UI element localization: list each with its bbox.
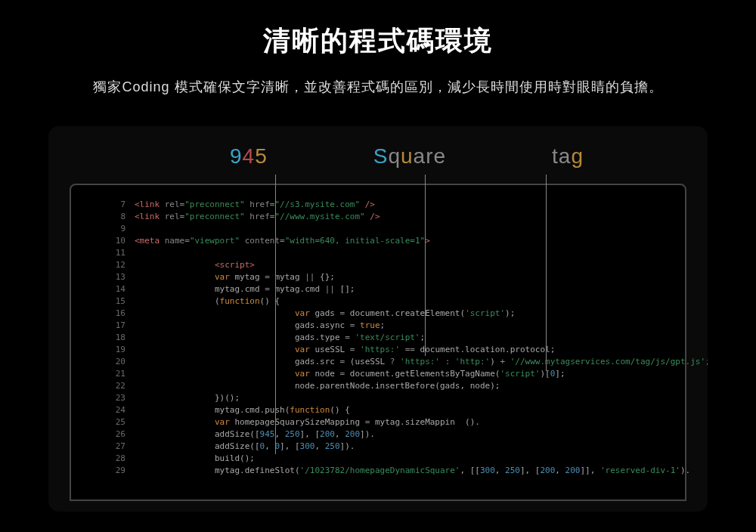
line-content: node.parentNode.insertBefore(gads, node)… (135, 380, 685, 392)
code-line: 16 var gads = document.createElement('sc… (107, 308, 685, 320)
code-block: 7<link rel="preconnect" href="//s3.mysit… (71, 199, 685, 477)
glyph-e: e (433, 144, 446, 168)
line-content: var useSSL = 'https:' == document.locati… (135, 344, 685, 356)
line-number: 21 (107, 368, 135, 380)
code-line: 21 var node = document.getElementsByTagN… (107, 368, 685, 380)
line-number: 19 (107, 344, 135, 356)
line-number: 29 (107, 465, 135, 477)
pointer-line-2 (425, 175, 426, 356)
line-number: 13 (107, 271, 135, 283)
glyph-g: g (571, 144, 584, 168)
line-content: var mytag = mytag || {}; (135, 271, 685, 283)
line-content: build(); (135, 453, 685, 465)
code-line: 7<link rel="preconnect" href="//s3.mysit… (107, 199, 685, 211)
label-945: 945 (230, 144, 268, 169)
code-line: 27 addSize([0, 0], [300, 250]). (107, 441, 685, 453)
code-line: 24 mytag.cmd.push(function() { (107, 404, 685, 416)
line-number: 9 (107, 223, 135, 235)
code-line: 8<link rel="preconnect" href="//www.mysi… (107, 211, 685, 223)
line-content: mytag.defineSlot('/1023782/homepageDynam… (135, 465, 690, 477)
line-number: 16 (107, 308, 135, 320)
code-line: 12 <script> (107, 259, 685, 271)
line-number: 20 (107, 356, 135, 368)
line-content: mytag.cmd = mytag.cmd || []; (135, 283, 685, 295)
label-square: Square (373, 144, 446, 169)
line-content (135, 247, 685, 259)
pointer-line-1 (275, 175, 276, 454)
code-line: 14 mytag.cmd = mytag.cmd || []; (107, 283, 685, 295)
line-number: 14 (107, 283, 135, 295)
line-number: 27 (107, 441, 135, 453)
glyph-r: r (426, 144, 433, 168)
code-line: 13 var mytag = mytag || {}; (107, 271, 685, 283)
line-content: var gads = document.createElement('scrip… (135, 308, 685, 320)
line-content: var homepageSquarySizeMapping = mytag.si… (135, 416, 685, 428)
glyph-t: t (552, 144, 559, 168)
glyph-9: 9 (230, 144, 243, 168)
line-content: addSize([945, 250], [200, 200]). (135, 428, 685, 441)
line-number: 26 (107, 428, 135, 441)
code-line: 28 build(); (107, 453, 685, 465)
page-subtitle: 獨家Coding 模式確保文字清晰，並改善程式碼的區別，減少長時間使用時對眼睛的… (0, 78, 756, 96)
code-line: 18 gads.type = 'text/script'; (107, 332, 685, 344)
code-line: 9 (107, 223, 685, 235)
line-number: 18 (107, 332, 135, 344)
line-number: 11 (107, 247, 135, 259)
glyph-labels: 945 Square tag (48, 144, 708, 169)
code-line: 17 gads.async = true; (107, 320, 685, 332)
line-number: 17 (107, 320, 135, 332)
line-number: 24 (107, 404, 135, 416)
code-line: 22 node.parentNode.insertBefore(gads, no… (107, 380, 685, 392)
glyph-S: S (373, 144, 389, 168)
glyph-q: q (388, 144, 401, 168)
monitor-frame: 7<link rel="preconnect" href="//s3.mysit… (70, 184, 686, 501)
glyph-a: a (414, 144, 426, 168)
code-line: 20 gads.src = (useSSL ? 'https:' : 'http… (107, 356, 685, 368)
line-content: addSize([0, 0], [300, 250]). (135, 441, 685, 453)
pointer-line-3 (546, 175, 547, 371)
line-content: var node = document.getElementsByTagName… (135, 368, 685, 380)
glyph-a2: a (559, 144, 572, 168)
line-number: 12 (107, 259, 135, 271)
code-line: 19 var useSSL = 'https:' == document.loc… (107, 344, 685, 356)
code-line: 11 (107, 247, 685, 259)
line-content: <link rel="preconnect" href="//s3.mysite… (135, 199, 685, 211)
line-number: 23 (107, 392, 135, 404)
line-number: 28 (107, 453, 135, 465)
line-number: 7 (107, 199, 135, 211)
line-content: (function() { (135, 295, 685, 308)
line-content: <link rel="preconnect" href="//www.mysit… (135, 211, 685, 223)
line-number: 25 (107, 416, 135, 428)
code-line: 29 mytag.defineSlot('/1023782/homepageDy… (107, 465, 685, 477)
header: 清晰的程式碼環境 獨家Coding 模式確保文字清晰，並改善程式碼的區別，減少長… (0, 0, 756, 96)
glyph-u: u (401, 144, 414, 168)
code-line: 23 })(); (107, 392, 685, 404)
line-content: gads.type = 'text/script'; (135, 332, 685, 344)
line-content: gads.async = true; (135, 320, 685, 332)
line-content: <script> (135, 259, 685, 271)
line-content (135, 223, 685, 235)
page-title: 清晰的程式碼環境 (0, 23, 756, 60)
line-content: mytag.cmd.push(function() { (135, 404, 685, 416)
line-content: gads.src = (useSSL ? 'https:' : 'http:')… (135, 356, 708, 368)
code-line: 15 (function() { (107, 295, 685, 308)
code-line: 25 var homepageSquarySizeMapping = mytag… (107, 416, 685, 428)
code-line: 10<meta name="viewport" content="width=6… (107, 235, 685, 247)
line-content: })(); (135, 392, 685, 404)
glyph-4: 4 (243, 144, 256, 168)
line-number: 8 (107, 211, 135, 223)
line-number: 22 (107, 380, 135, 392)
line-content: <meta name="viewport" content="width=640… (135, 235, 685, 247)
line-number: 10 (107, 235, 135, 247)
code-line: 26 addSize([945, 250], [200, 200]). (107, 428, 685, 441)
label-tag: tag (552, 144, 584, 169)
line-number: 15 (107, 295, 135, 308)
display-area: 945 Square tag 7<link rel="preconnect" h… (48, 126, 708, 512)
glyph-5: 5 (255, 144, 268, 168)
